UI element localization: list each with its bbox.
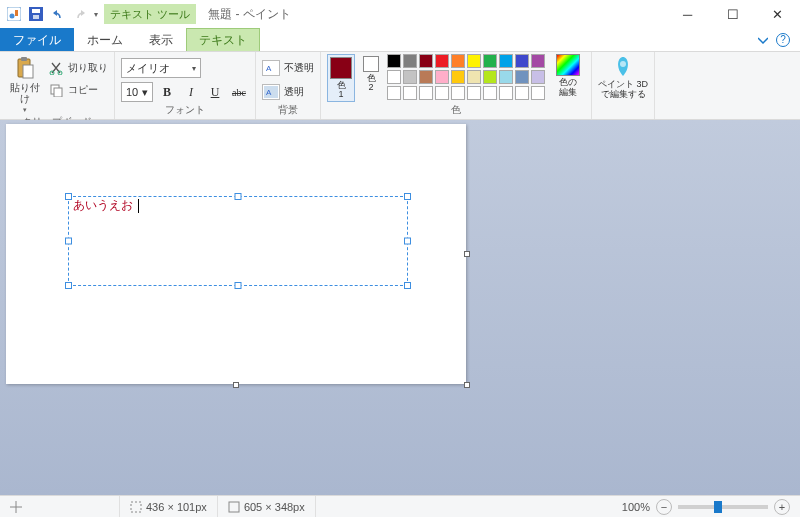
redo-icon[interactable]: [72, 6, 88, 22]
zoom-out-button[interactable]: −: [656, 499, 672, 515]
paste-button[interactable]: 貼り付け ▾: [6, 54, 44, 114]
svg-text:A: A: [266, 88, 272, 97]
edit-colors-button[interactable]: 色の 編集: [551, 54, 585, 98]
palette-swatch[interactable]: [467, 54, 481, 68]
textbox-handle[interactable]: [404, 282, 411, 289]
copy-button[interactable]: コピー: [48, 80, 108, 100]
ribbon-collapse-icon[interactable]: ?: [748, 28, 800, 51]
maximize-button[interactable]: ☐: [710, 0, 755, 28]
palette-swatch[interactable]: [419, 86, 433, 100]
palette-swatch[interactable]: [515, 86, 529, 100]
statusbar: 436 × 101px 605 × 348px 100% − +: [0, 495, 800, 517]
palette-swatch[interactable]: [387, 70, 401, 84]
palette-swatch[interactable]: [531, 86, 545, 100]
group-colors: 色 1 色 2 色の 編集 色: [321, 52, 592, 119]
color2-button[interactable]: 色 2: [361, 54, 381, 94]
bold-button[interactable]: B: [157, 82, 177, 102]
palette-swatch[interactable]: [531, 70, 545, 84]
group-colors-label: 色: [327, 102, 585, 119]
zoom-in-button[interactable]: +: [774, 499, 790, 515]
font-size-value: 10: [126, 86, 138, 98]
canvas-resize-handle[interactable]: [233, 382, 239, 388]
color1-label: 色 1: [337, 81, 346, 99]
workspace[interactable]: あいうえお: [0, 120, 800, 495]
color2-swatch: [363, 56, 379, 72]
font-family-select[interactable]: メイリオ ▾: [121, 58, 201, 78]
palette-swatch[interactable]: [515, 70, 529, 84]
palette-swatch[interactable]: [435, 54, 449, 68]
palette-swatch[interactable]: [403, 54, 417, 68]
qat-customize-icon[interactable]: ▾: [94, 10, 98, 19]
palette-swatch[interactable]: [403, 70, 417, 84]
textbox-handle[interactable]: [235, 193, 242, 200]
canvas-resize-handle[interactable]: [464, 251, 470, 257]
textbox-handle[interactable]: [65, 193, 72, 200]
palette-swatch[interactable]: [387, 54, 401, 68]
font-family-value: メイリオ: [126, 61, 170, 76]
palette-swatch[interactable]: [451, 54, 465, 68]
tab-text[interactable]: テキスト: [186, 28, 260, 51]
textbox-handle[interactable]: [404, 193, 411, 200]
underline-button[interactable]: U: [205, 82, 225, 102]
tab-file[interactable]: ファイル: [0, 28, 74, 51]
textbox-handle[interactable]: [404, 238, 411, 245]
paint3d-button[interactable]: ペイント 3D で編集する: [598, 54, 648, 100]
font-size-select[interactable]: 10 ▾: [121, 82, 153, 102]
palette-swatch[interactable]: [451, 86, 465, 100]
palette-swatch[interactable]: [515, 54, 529, 68]
copy-label: コピー: [68, 83, 98, 97]
canvas-resize-handle[interactable]: [464, 382, 470, 388]
close-button[interactable]: ✕: [755, 0, 800, 28]
opaque-option[interactable]: A 不透明: [262, 58, 314, 78]
palette-swatch[interactable]: [499, 54, 513, 68]
app-icon: [6, 6, 22, 22]
palette-swatch[interactable]: [387, 86, 401, 100]
opaque-label: 不透明: [284, 61, 314, 75]
textbox-handle[interactable]: [235, 282, 242, 289]
canvas-size-icon: [228, 501, 240, 513]
text-edit-box[interactable]: あいうえお: [68, 196, 408, 286]
svg-rect-5: [33, 15, 39, 19]
palette-swatch[interactable]: [499, 86, 513, 100]
palette-swatch[interactable]: [435, 86, 449, 100]
transparent-label: 透明: [284, 85, 304, 99]
tab-home[interactable]: ホーム: [74, 28, 136, 51]
cut-button[interactable]: 切り取り: [48, 58, 108, 78]
palette-swatch[interactable]: [467, 86, 481, 100]
palette-swatch[interactable]: [435, 70, 449, 84]
textbox-handle[interactable]: [65, 238, 72, 245]
palette-swatch[interactable]: [483, 70, 497, 84]
canvas-size-value: 605 × 348px: [244, 501, 305, 513]
textbox-handle[interactable]: [65, 282, 72, 289]
canvas[interactable]: あいうえお: [6, 124, 466, 384]
zoom-slider[interactable]: [678, 505, 768, 509]
palette-swatch[interactable]: [483, 86, 497, 100]
palette-swatch[interactable]: [499, 70, 513, 84]
palette-swatch[interactable]: [483, 54, 497, 68]
canvas-size-cell: 605 × 348px: [218, 496, 316, 517]
minimize-button[interactable]: ─: [665, 0, 710, 28]
zoom-controls: 100% − +: [622, 499, 800, 515]
color1-button[interactable]: 色 1: [327, 54, 355, 102]
palette-swatch[interactable]: [531, 54, 545, 68]
palette-swatch[interactable]: [467, 70, 481, 84]
svg-rect-2: [15, 10, 18, 16]
transparent-option[interactable]: A 透明: [262, 82, 304, 102]
transparent-icon: A: [262, 84, 280, 100]
undo-icon[interactable]: [50, 6, 66, 22]
save-icon[interactable]: [28, 6, 44, 22]
selection-size-value: 436 × 101px: [146, 501, 207, 513]
palette-swatch[interactable]: [451, 70, 465, 84]
group-paint3d: ペイント 3D で編集する: [592, 52, 655, 119]
palette-swatch[interactable]: [419, 70, 433, 84]
zoom-thumb[interactable]: [714, 501, 722, 513]
palette-swatch[interactable]: [419, 54, 433, 68]
help-icon[interactable]: ?: [776, 33, 790, 47]
italic-button[interactable]: I: [181, 82, 201, 102]
svg-rect-7: [21, 57, 27, 61]
palette-swatch[interactable]: [403, 86, 417, 100]
strikethrough-button[interactable]: abc: [229, 82, 249, 102]
tab-view[interactable]: 表示: [136, 28, 186, 51]
svg-point-1: [10, 14, 15, 19]
rainbow-icon: [556, 54, 580, 76]
